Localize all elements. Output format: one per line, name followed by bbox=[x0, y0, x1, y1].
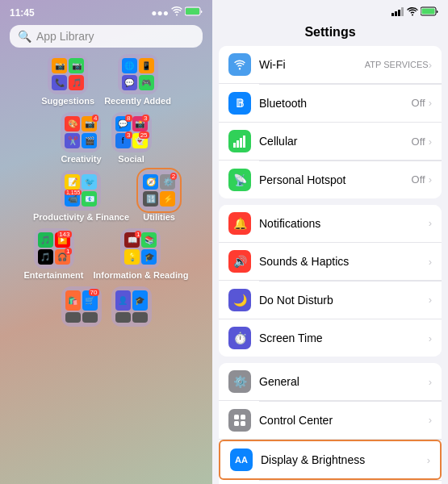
hotspot-value: Off bbox=[412, 173, 425, 186]
homescreen-setting[interactable]: Home Screen › bbox=[219, 481, 442, 485]
hotspot-setting-icon: 📡 bbox=[228, 169, 251, 191]
bluetooth-value: Off bbox=[412, 97, 425, 109]
sounds-label: Sounds & Haptics bbox=[259, 255, 429, 268]
notifications-chevron: › bbox=[429, 217, 432, 229]
time-display: 11:45 bbox=[10, 7, 35, 19]
cellular-chevron: › bbox=[429, 136, 432, 148]
left-status-bar: 11:45 ●●● bbox=[0, 0, 212, 22]
creativity-folder[interactable]: 🎨 4 📷 ✂️ 🎬 Creativity bbox=[61, 112, 101, 167]
general-setting-icon: ⚙️ bbox=[228, 370, 251, 393]
svg-rect-13 bbox=[241, 415, 245, 419]
signal-bars-icon bbox=[391, 7, 404, 19]
dnd-setting-icon: 🌙 bbox=[228, 289, 251, 311]
right-wifi-icon bbox=[407, 7, 418, 19]
screentime-setting[interactable]: ⏱️ Screen Time › bbox=[219, 319, 442, 357]
display-label: Display & Brightness bbox=[261, 453, 427, 466]
wifi-icon bbox=[171, 6, 182, 19]
svg-rect-12 bbox=[234, 415, 239, 419]
signal-icon: ●●● bbox=[151, 7, 169, 19]
search-label: App Library bbox=[36, 30, 94, 43]
svg-rect-5 bbox=[401, 7, 404, 16]
information-folder[interactable]: 1 📖 📚 💡 🎓 Information & Reading bbox=[94, 228, 189, 283]
settings-panel: Settings Wi-Fi ATP SERVICES › 𝔹 bbox=[212, 0, 448, 484]
svg-rect-11 bbox=[243, 136, 245, 148]
screentime-chevron: › bbox=[429, 332, 432, 344]
control-center-label: Control Center bbox=[259, 414, 429, 427]
utilities-label: Utilities bbox=[143, 212, 175, 222]
dnd-chevron: › bbox=[429, 294, 432, 306]
hotspot-chevron: › bbox=[429, 173, 432, 186]
display-chevron: › bbox=[427, 454, 430, 466]
information-label: Information & Reading bbox=[94, 270, 189, 280]
sounds-setting[interactable]: 🔊 Sounds & Haptics › bbox=[219, 243, 442, 281]
recently-added-label: Recently Added bbox=[104, 96, 171, 106]
svg-rect-15 bbox=[241, 421, 245, 426]
general-label: General bbox=[259, 375, 429, 388]
notifications-label: Notifications bbox=[259, 217, 429, 230]
notifications-group: 🔔 Notifications › 🔊 Sounds & Haptics › 🌙… bbox=[219, 205, 442, 357]
recently-added-folder[interactable]: 🌐 📱 💬 🎮 Recently Added bbox=[104, 54, 171, 109]
control-center-setting-icon bbox=[228, 409, 251, 432]
wifi-chevron: › bbox=[429, 59, 432, 71]
entertainment-label: Entertainment bbox=[24, 270, 84, 280]
dnd-setting[interactable]: 🌙 Do Not Disturb › bbox=[219, 282, 442, 319]
svg-rect-9 bbox=[237, 140, 239, 148]
display-setting-icon: AA bbox=[230, 449, 253, 471]
general-setting[interactable]: ⚙️ General › bbox=[219, 363, 442, 401]
app-library-panel: 11:45 ●●● 🔍 App Library bbox=[0, 0, 212, 484]
hotspot-label: Personal Hotspot bbox=[259, 173, 412, 186]
battery-icon bbox=[185, 6, 203, 19]
notifications-setting-icon: 🔔 bbox=[228, 212, 251, 235]
dnd-label: Do Not Disturb bbox=[259, 294, 429, 307]
right-status-icons bbox=[391, 6, 438, 19]
app-library-search[interactable]: 🔍 App Library bbox=[10, 25, 203, 48]
svg-rect-10 bbox=[240, 138, 242, 148]
wifi-setting-icon bbox=[228, 53, 251, 76]
status-icons: ●●● bbox=[151, 6, 203, 19]
hotspot-setting[interactable]: 📡 Personal Hotspot Off › bbox=[219, 161, 442, 198]
shopping-folder[interactable]: 🛍️ 70 🛒 bbox=[61, 286, 102, 327]
svg-rect-14 bbox=[234, 421, 239, 426]
social-label: Social bbox=[118, 154, 144, 164]
right-battery-icon bbox=[421, 6, 438, 19]
bluetooth-setting-icon: 𝔹 bbox=[228, 92, 251, 115]
svg-rect-7 bbox=[422, 9, 435, 15]
search-icon: 🔍 bbox=[18, 30, 31, 43]
other-folder[interactable]: 👤 🎓 bbox=[111, 286, 152, 327]
screentime-label: Screen Time bbox=[259, 332, 429, 344]
general-group: ⚙️ General › Control Center › bbox=[219, 363, 442, 484]
cellular-label: Cellular bbox=[259, 135, 412, 148]
general-chevron: › bbox=[429, 376, 432, 388]
bluetooth-chevron: › bbox=[429, 97, 432, 109]
suggestions-folder[interactable]: 📸 📷 📞 🎵 Suggestions bbox=[41, 54, 94, 109]
cellular-setting[interactable]: Cellular Off › bbox=[219, 123, 442, 161]
control-center-chevron: › bbox=[429, 414, 432, 426]
productivity-label: Productivity & Finance bbox=[33, 212, 129, 222]
social-folder[interactable]: 8 💬 3 📸 3 f 25 👻 So bbox=[111, 112, 152, 167]
creativity-label: Creativity bbox=[61, 154, 101, 164]
control-center-setting[interactable]: Control Center › bbox=[219, 402, 442, 440]
wifi-label: Wi-Fi bbox=[259, 58, 365, 71]
entertainment-folder[interactable]: 🎵 143 ▶️ 🎵 1 🎧 Entertainment bbox=[24, 228, 84, 283]
suggestions-label: Suggestions bbox=[41, 96, 94, 106]
productivity-folder[interactable]: 📝 🐦 1,155 📹 📧 Productivity & Finance bbox=[33, 170, 129, 225]
notifications-setting[interactable]: 🔔 Notifications › bbox=[219, 205, 442, 243]
svg-rect-2 bbox=[391, 13, 394, 16]
bluetooth-label: Bluetooth bbox=[259, 97, 412, 110]
sounds-chevron: › bbox=[429, 256, 432, 268]
settings-list: Wi-Fi ATP SERVICES › 𝔹 Bluetooth Off › bbox=[212, 46, 448, 484]
display-brightness-setting[interactable]: AA Display & Brightness › bbox=[219, 440, 442, 480]
sounds-setting-icon: 🔊 bbox=[228, 250, 251, 273]
cellular-value: Off bbox=[412, 136, 425, 148]
right-status-bar bbox=[212, 0, 448, 22]
utilities-folder[interactable]: 🧭 2 ⚙️ 🔢 ⚡ Utilities bbox=[139, 170, 179, 225]
svg-rect-4 bbox=[398, 10, 400, 16]
connectivity-group: Wi-Fi ATP SERVICES › 𝔹 Bluetooth Off › bbox=[219, 46, 442, 198]
svg-rect-8 bbox=[233, 143, 236, 148]
svg-rect-1 bbox=[186, 8, 199, 15]
screentime-setting-icon: ⏱️ bbox=[228, 327, 251, 349]
wifi-setting[interactable]: Wi-Fi ATP SERVICES › bbox=[219, 46, 442, 84]
svg-rect-3 bbox=[395, 11, 397, 16]
bluetooth-setting[interactable]: 𝔹 Bluetooth Off › bbox=[219, 85, 442, 123]
settings-title: Settings bbox=[212, 22, 448, 46]
